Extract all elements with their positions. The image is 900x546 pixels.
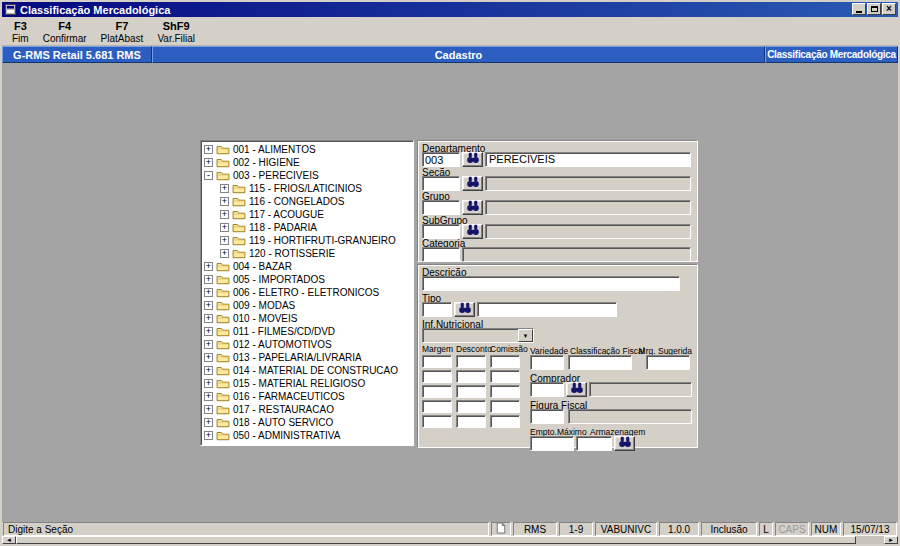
tree-item[interactable]: +012 - AUTOMOTIVOS xyxy=(201,338,413,351)
expand-icon[interactable]: + xyxy=(204,366,213,375)
margin-grid-cell[interactable] xyxy=(490,385,520,398)
comprador-code-input[interactable] xyxy=(530,382,564,397)
expand-icon[interactable]: + xyxy=(204,392,213,401)
variedade-input[interactable] xyxy=(530,355,564,370)
horizontal-scrollbar[interactable]: ◄ ► xyxy=(2,536,898,544)
tree-item[interactable]: +001 - ALIMENTOS xyxy=(201,143,413,156)
tree-item[interactable]: +006 - ELETRO - ELETRONICOS xyxy=(201,286,413,299)
expand-icon[interactable]: + xyxy=(204,288,213,297)
expand-icon[interactable]: + xyxy=(204,418,213,427)
inf-nutricional-select[interactable]: ▼ xyxy=(422,328,534,343)
tree-item[interactable]: +050 - ADMINISTRATIVA xyxy=(201,429,413,442)
margin-grid-cell[interactable] xyxy=(422,355,452,368)
expand-icon[interactable]: + xyxy=(204,405,213,414)
margin-grid-cell[interactable] xyxy=(456,400,486,413)
tree-item[interactable]: +004 - BAZAR xyxy=(201,260,413,273)
subgrupo-code-input[interactable] xyxy=(422,224,460,239)
tree-item[interactable]: +118 - PADARIA xyxy=(201,221,413,234)
margin-grid-cell[interactable] xyxy=(490,355,520,368)
expand-icon[interactable]: + xyxy=(220,223,229,232)
expand-icon[interactable]: + xyxy=(220,236,229,245)
minimize-button[interactable] xyxy=(852,3,866,15)
close-button[interactable]: × xyxy=(882,3,896,15)
expand-icon[interactable]: + xyxy=(204,340,213,349)
tree-item[interactable]: +117 - ACOUGUE xyxy=(201,208,413,221)
margin-grid-cell[interactable] xyxy=(422,415,452,428)
comprador-search-button[interactable] xyxy=(566,382,587,397)
armazenagem-input[interactable] xyxy=(576,436,612,451)
departamento-search-button[interactable] xyxy=(462,152,483,167)
tree-item[interactable]: +016 - FARMACEUTICOS xyxy=(201,390,413,403)
expand-icon[interactable]: + xyxy=(204,431,213,440)
armazenagem-search-button[interactable] xyxy=(614,436,635,451)
expand-icon[interactable]: + xyxy=(204,158,213,167)
tree-item[interactable]: +005 - IMPORTADOS xyxy=(201,273,413,286)
subgrupo-search-button[interactable] xyxy=(462,224,483,239)
expand-icon[interactable]: + xyxy=(204,314,213,323)
tree-item[interactable]: +116 - CONGELADOS xyxy=(201,195,413,208)
grupo-code-input[interactable] xyxy=(422,200,460,215)
margin-grid-cell[interactable] xyxy=(456,370,486,383)
tree-item[interactable]: +013 - PAPELARIA/LIVRARIA xyxy=(201,351,413,364)
tree-item[interactable]: +115 - FRIOS/LATICINIOS xyxy=(201,182,413,195)
toolbar-item-confirmar[interactable]: F4 Confirmar xyxy=(43,20,87,44)
scroll-left-button[interactable]: ◄ xyxy=(2,536,16,544)
expand-icon[interactable]: + xyxy=(220,197,229,206)
secao-code-input[interactable] xyxy=(422,176,460,191)
tree-item-label: 118 - PADARIA xyxy=(249,222,317,233)
empto-maximo-input[interactable] xyxy=(530,436,574,451)
collapse-icon[interactable]: - xyxy=(204,171,213,180)
expand-icon[interactable]: + xyxy=(204,275,213,284)
grupo-search-button[interactable] xyxy=(462,200,483,215)
expand-icon[interactable]: + xyxy=(220,210,229,219)
toolbar-item-varfilial[interactable]: ShF9 Var.Filial xyxy=(157,20,195,44)
expand-icon[interactable]: + xyxy=(204,327,213,336)
scroll-right-button[interactable]: ► xyxy=(884,536,898,544)
margin-grid-cell[interactable] xyxy=(456,355,486,368)
margin-grid-cell[interactable] xyxy=(456,385,486,398)
expand-icon[interactable]: + xyxy=(204,145,213,154)
toolbar-item-platabast[interactable]: F7 PlatAbast xyxy=(101,20,144,44)
margin-grid-cell[interactable] xyxy=(490,415,520,428)
margin-grid-cell[interactable] xyxy=(490,400,520,413)
tree-item[interactable]: +017 - RESTAURACAO xyxy=(201,403,413,416)
expand-icon[interactable]: + xyxy=(204,353,213,362)
tree-item[interactable]: -003 - PERECIVEIS xyxy=(201,169,413,182)
expand-icon[interactable]: + xyxy=(204,379,213,388)
tree-item[interactable]: +002 - HIGIENE xyxy=(201,156,413,169)
figura-fiscal-code-input[interactable] xyxy=(530,409,564,424)
tree-item[interactable]: +018 - AUTO SERVICO xyxy=(201,416,413,429)
expand-icon[interactable]: + xyxy=(220,249,229,258)
margin-grid-cell[interactable] xyxy=(422,385,452,398)
tree-item[interactable]: +011 - FILMES/CD/DVD xyxy=(201,325,413,338)
margin-grid-cell[interactable] xyxy=(422,400,452,413)
margin-grid-cell[interactable] xyxy=(490,370,520,383)
toolbar-item-fim[interactable]: F3 Fim xyxy=(12,20,29,44)
title-bar: Classificação Mercadológica × xyxy=(2,2,898,17)
expand-icon[interactable]: + xyxy=(204,262,213,271)
tipo-code-input[interactable] xyxy=(422,302,452,317)
classificacao-fiscal-input[interactable] xyxy=(568,355,632,370)
categoria-code-input[interactable] xyxy=(422,247,460,262)
margin-grid-cell[interactable] xyxy=(456,415,486,428)
margin-grid-cell[interactable] xyxy=(422,370,452,383)
mrg-sugerida-input[interactable] xyxy=(646,355,690,370)
descricao-input[interactable] xyxy=(422,276,680,291)
tree-item[interactable]: +015 - MATERIAL RELIGIOSO xyxy=(201,377,413,390)
figura-fiscal-name-field xyxy=(568,409,692,424)
maximize-button[interactable] xyxy=(867,3,881,15)
departamento-code-input[interactable] xyxy=(422,152,460,167)
tree-item[interactable]: +120 - ROTISSERIE xyxy=(201,247,413,260)
dropdown-arrow-icon[interactable]: ▼ xyxy=(518,329,533,342)
tree-item[interactable]: +010 - MOVEIS xyxy=(201,312,413,325)
tree-item[interactable]: +009 - MODAS xyxy=(201,299,413,312)
tree-item[interactable]: +119 - HORTIFRUTI-GRANJEIRO xyxy=(201,234,413,247)
scrollbar-thumb[interactable] xyxy=(16,536,856,544)
status-panel: Inclusão xyxy=(701,522,757,536)
secao-search-button[interactable] xyxy=(462,176,483,191)
expand-icon[interactable]: + xyxy=(220,184,229,193)
tree-item[interactable]: +014 - MATERIAL DE CONSTRUCAO xyxy=(201,364,413,377)
tree-item-label: 004 - BAZAR xyxy=(233,261,292,272)
tipo-search-button[interactable] xyxy=(454,302,475,317)
expand-icon[interactable]: + xyxy=(204,301,213,310)
